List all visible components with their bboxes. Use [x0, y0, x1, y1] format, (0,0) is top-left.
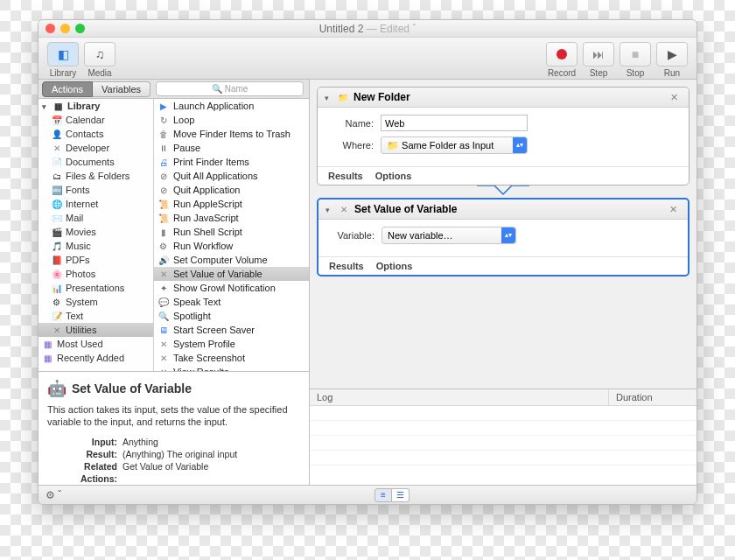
options-button[interactable]: Options	[375, 171, 412, 181]
statusbar: ⚙ ˇ ≡ ☰	[38, 485, 696, 504]
action-item[interactable]: 📜Run AppleScript	[154, 197, 309, 211]
log-header: Log Duration	[310, 389, 696, 406]
library-item[interactable]: 📅Calendar	[38, 113, 153, 127]
disclosure-icon[interactable]	[325, 92, 332, 102]
action-item[interactable]: ✕View Results	[154, 365, 309, 371]
action-item[interactable]: ▮Run Shell Script	[154, 225, 309, 239]
library-item[interactable]: 👤Contacts	[38, 127, 153, 141]
library-item[interactable]: 📕PDFs	[38, 253, 153, 267]
action-item[interactable]: ▶Launch Application	[154, 99, 309, 113]
workflow-canvas[interactable]: 📁 New Folder ✕ Name: Where: 📁	[310, 80, 696, 388]
disclosure-icon[interactable]	[326, 204, 332, 214]
sidebar-icon: ◧	[58, 47, 69, 61]
close-icon[interactable]: ✕	[666, 204, 681, 215]
action-item[interactable]: 📜Run JavaScript	[154, 211, 309, 225]
library-item[interactable]: 📄Documents	[38, 155, 153, 169]
library-smart-item[interactable]: ▦Recently Added	[38, 351, 153, 365]
tab-variables[interactable]: Variables	[93, 81, 150, 97]
content-area: Actions Variables 🔍 Name ▦Library📅Calend…	[38, 80, 696, 485]
workflow-connector	[317, 186, 690, 196]
where-select[interactable]: 📁 Same Folder as Input ▴▾	[381, 136, 528, 154]
action-item[interactable]: ✕Set Value of Variable	[154, 267, 309, 281]
action-item[interactable]: ↻Loop	[154, 113, 309, 127]
library-item[interactable]: ✉️Mail	[38, 211, 153, 225]
action-item-label: Quit All Applications	[173, 171, 258, 181]
search-input[interactable]: 🔍 Name	[156, 81, 304, 96]
actions-list[interactable]: ▶Launch Application↻Loop🗑Move Finder Ite…	[154, 99, 309, 371]
library-item[interactable]: ⚙System	[38, 295, 153, 309]
folder-icon: 📁	[387, 140, 399, 151]
results-button[interactable]: Results	[329, 261, 364, 271]
action-item[interactable]: 🗑Move Finder Items to Trash	[154, 127, 309, 141]
library-item[interactable]: 🌐Internet	[38, 197, 153, 211]
library-item[interactable]: 🗂Files & Folders	[38, 169, 153, 183]
play-icon: ▶	[668, 47, 677, 61]
smart-icon: ▦	[42, 339, 53, 350]
record-button[interactable]	[546, 42, 578, 66]
action-item[interactable]: ⊘Quit Application	[154, 183, 309, 197]
options-button[interactable]: Options	[376, 261, 413, 271]
category-icon: 📅	[51, 115, 62, 126]
action-item[interactable]: 🖥Start Screen Saver	[154, 323, 309, 337]
gear-icon[interactable]: ⚙ ˇ	[46, 489, 61, 501]
action-icon: 🖨	[158, 157, 169, 168]
category-icon: 🌸	[51, 269, 62, 280]
action-icon: ⊘	[158, 185, 169, 196]
action-item-label: Pause	[173, 143, 200, 153]
media-button[interactable]: ♫	[84, 42, 116, 66]
action-item[interactable]: 🖨Print Finder Items	[154, 155, 309, 169]
library-item-label: Fonts	[66, 185, 90, 195]
library-smart-item[interactable]: ▦Most Used	[38, 337, 153, 351]
action-item-label: Speak Text	[173, 297, 220, 307]
action-item-label: Set Computer Volume	[173, 255, 268, 265]
library-item[interactable]: 🎬Movies	[38, 225, 153, 239]
action-item[interactable]: 🔍Spotlight	[154, 309, 309, 323]
desc-value: Anything	[122, 436, 300, 448]
tab-actions[interactable]: Actions	[42, 81, 93, 97]
action-icon: ✕	[158, 353, 169, 364]
step-button[interactable]: ⏭	[583, 42, 614, 66]
action-item[interactable]: 💬Speak Text	[154, 295, 309, 309]
library-item[interactable]: 📊Presentations	[38, 281, 153, 295]
stop-button[interactable]: ■	[620, 42, 651, 66]
duration-column[interactable]: Duration	[609, 389, 696, 405]
category-icon: ✕	[51, 143, 62, 154]
list-view-button[interactable]: ☰	[392, 488, 410, 502]
library-item[interactable]: 🌸Photos	[38, 267, 153, 281]
results-button[interactable]: Results	[328, 171, 363, 181]
close-icon[interactable]: ✕	[667, 92, 682, 103]
library-item[interactable]: ✕Utilities	[38, 323, 153, 337]
name-input[interactable]	[381, 115, 528, 131]
action-icon: 💬	[158, 297, 169, 308]
toolbar: ◧ Library ♫ Media Record ⏭ Step ■	[38, 38, 696, 80]
run-button[interactable]: ▶	[656, 42, 688, 66]
library-item[interactable]: 🔤Fonts	[38, 183, 153, 197]
where-label: Where:	[328, 140, 374, 150]
library-item[interactable]: ✕Developer	[38, 141, 153, 155]
library-item[interactable]: 📝Text	[38, 309, 153, 323]
action-item[interactable]: ⏸Pause	[154, 141, 309, 155]
window-title: Untitled 2 — Edited ˇ	[38, 23, 696, 35]
category-icon: ✕	[51, 325, 62, 336]
action-item[interactable]: 🔊Set Computer Volume	[154, 253, 309, 267]
disclosure-icon[interactable]	[42, 101, 49, 111]
log-row	[310, 421, 696, 436]
library-tree[interactable]: ▦Library📅Calendar👤Contacts✕Developer📄Doc…	[38, 99, 154, 371]
desc-label: Related Actions:	[47, 460, 122, 485]
flow-view-button[interactable]: ≡	[374, 488, 392, 502]
action-item[interactable]: ✕System Profile	[154, 337, 309, 351]
action-item[interactable]: ⚙Run Workflow	[154, 239, 309, 253]
desc-label: Input:	[47, 436, 122, 448]
action-card-set-variable[interactable]: ✕ Set Value of Variable ✕ Variable: New …	[317, 198, 690, 276]
action-item-label: Launch Application	[173, 101, 254, 111]
chevron-updown-icon: ▴▾	[505, 232, 512, 239]
variable-select[interactable]: New variable… ▴▾	[382, 227, 516, 244]
action-item[interactable]: ⊘Quit All Applications	[154, 169, 309, 183]
library-toggle-button[interactable]: ◧	[47, 42, 79, 66]
log-column[interactable]: Log	[310, 389, 609, 405]
action-card-new-folder[interactable]: 📁 New Folder ✕ Name: Where: 📁	[317, 87, 690, 186]
library-item[interactable]: 🎵Music	[38, 239, 153, 253]
library-root[interactable]: ▦Library	[38, 99, 153, 113]
action-item[interactable]: ✦Show Growl Notification	[154, 281, 309, 295]
action-item[interactable]: ✕Take Screenshot	[154, 351, 309, 365]
